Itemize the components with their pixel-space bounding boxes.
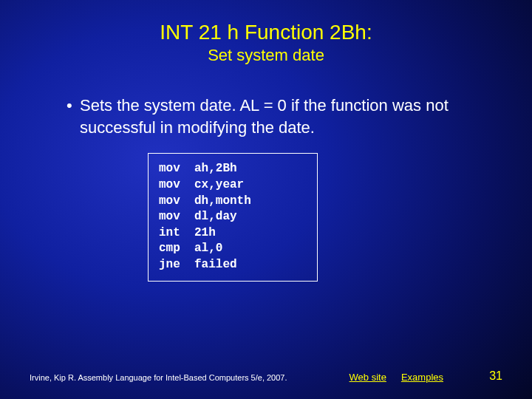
page-number: 31 [489,369,502,383]
link-web-site[interactable]: Web site [349,372,386,383]
slide-subtitle: Set system date [0,46,532,65]
bullet-list: Sets the system date. AL = 0 if the func… [0,95,532,138]
link-examples[interactable]: Examples [401,372,443,383]
slide: INT 21 h Function 2Bh: Set system date S… [0,0,532,399]
slide-title: INT 21 h Function 2Bh: [0,21,532,44]
credit-text: Irvine, Kip R. Assembly Language for Int… [30,373,287,382]
footer: Irvine, Kip R. Assembly Language for Int… [0,372,532,383]
footer-links: Web site Examples [349,372,443,383]
bullet-item: Sets the system date. AL = 0 if the func… [66,95,488,138]
code-block: mov ah,2Bh mov cx,year mov dh,month mov … [148,153,318,281]
